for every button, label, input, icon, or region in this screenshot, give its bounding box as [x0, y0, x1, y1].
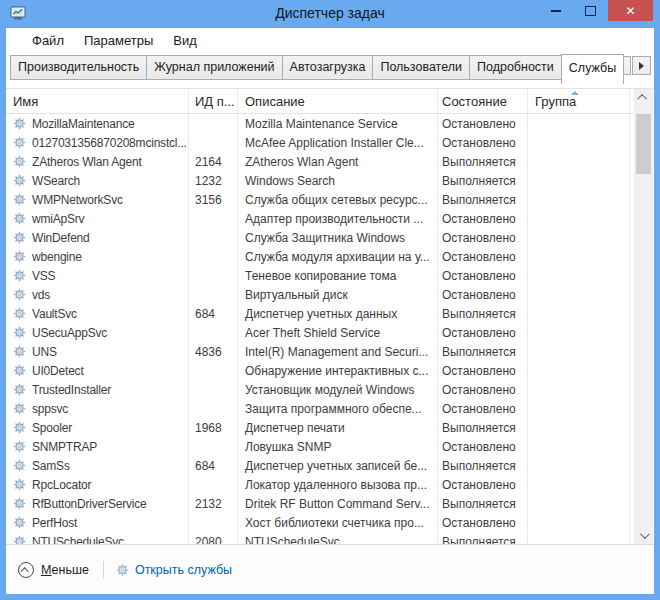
- service-pid: 3156: [195, 193, 222, 207]
- service-pid-cell: 1232: [188, 174, 237, 188]
- service-status: Выполняется: [442, 497, 516, 511]
- service-name-cell: USecuAppSvc: [6, 326, 188, 340]
- service-name: SNMPTRAP: [32, 440, 97, 454]
- scrollbar-thumb[interactable]: [636, 114, 651, 174]
- service-description-cell: Локатор удаленного вызова пр...: [237, 478, 437, 492]
- column-header-name[interactable]: Имя: [6, 89, 188, 113]
- service-status-cell: Остановлено: [437, 212, 527, 226]
- service-row[interactable]: ZAtheros Wlan Agent 2164 ZAtheros Wlan A…: [6, 152, 654, 171]
- minimize-button[interactable]: [538, 0, 573, 21]
- service-description: ZAtheros Wlan Agent: [245, 155, 358, 169]
- service-row[interactable]: wmiApSrv Адаптер производительности ... …: [6, 209, 654, 228]
- gear-icon: [13, 478, 26, 491]
- service-row[interactable]: WSearch 1232 Windows Search Выполняется: [6, 171, 654, 190]
- service-status: Остановлено: [442, 402, 516, 416]
- service-description-cell: Ловушка SNMP: [237, 440, 437, 454]
- service-description-cell: Диспетчер учетных данных: [237, 307, 437, 321]
- window-controls: ✕: [538, 0, 653, 21]
- service-row[interactable]: SNMPTRAP Ловушка SNMP Остановлено: [6, 437, 654, 456]
- service-description-cell: Диспетчер учетных записей бе...: [237, 459, 437, 473]
- service-status-cell: Остановлено: [437, 402, 527, 416]
- gear-icon: [13, 174, 26, 187]
- service-description-cell: Установщик модулей Windows: [237, 383, 437, 397]
- service-row[interactable]: Spooler 1968 Диспетчер печати Выполняетс…: [6, 418, 654, 437]
- service-row[interactable]: TrustedInstaller Установщик модулей Wind…: [6, 380, 654, 399]
- gear-icon: [13, 345, 26, 358]
- gear-icon: [116, 563, 129, 577]
- vertical-scrollbar[interactable]: [634, 89, 653, 544]
- menu-item[interactable]: Вид: [163, 30, 207, 51]
- minimize-icon: [551, 10, 561, 12]
- gear-icon: [13, 212, 26, 225]
- service-row[interactable]: vds Виртуальный диск Остановлено: [6, 285, 654, 304]
- service-row[interactable]: RfButtonDriverService 2132 Dritek RF But…: [6, 494, 654, 513]
- service-status-cell: Выполняется: [437, 345, 527, 359]
- footer-divider: [103, 561, 104, 579]
- menu-item[interactable]: Параметры: [74, 30, 163, 51]
- service-status-cell: Остановлено: [437, 269, 527, 283]
- service-name: WinDefend: [32, 231, 90, 245]
- service-pid-cell: 2080: [188, 535, 237, 545]
- column-header-status[interactable]: Состояние: [437, 89, 527, 113]
- service-description-cell: Защита программного обеспе...: [237, 402, 437, 416]
- fewer-details-label: Меньше: [41, 563, 89, 577]
- service-status-cell: Выполняется: [437, 193, 527, 207]
- service-name-cell: sppsvc: [6, 402, 188, 416]
- service-name-cell: SNMPTRAP: [6, 440, 188, 454]
- scroll-down-button[interactable]: [634, 527, 653, 544]
- fewer-details-button[interactable]: Меньше: [18, 562, 89, 578]
- scroll-up-button[interactable]: [634, 89, 653, 106]
- tab[interactable]: Пользователи: [372, 55, 470, 80]
- column-header-description[interactable]: Описание: [237, 89, 437, 113]
- service-status-cell: Выполняется: [437, 535, 527, 545]
- tab-scroll-right-button[interactable]: [632, 56, 651, 75]
- service-description-cell: Служба модуля архивации на у...: [237, 250, 437, 264]
- service-description-cell: McAfee Application Installer Cle...: [237, 136, 437, 150]
- service-row[interactable]: sppsvc Защита программного обеспе... Ост…: [6, 399, 654, 418]
- service-row[interactable]: WMPNetworkSvc 3156 Служба общих сетевых …: [6, 190, 654, 209]
- service-description-cell: Windows Search: [237, 174, 437, 188]
- maximize-button[interactable]: [573, 0, 608, 21]
- service-status-cell: Остановлено: [437, 288, 527, 302]
- service-name-cell: TrustedInstaller: [6, 383, 188, 397]
- service-description: Установщик модулей Windows: [245, 383, 414, 397]
- service-description-cell: Mozilla Maintenance Service: [237, 117, 437, 131]
- gear-icon: [13, 117, 26, 130]
- service-row[interactable]: RpcLocator Локатор удаленного вызова пр.…: [6, 475, 654, 494]
- service-description: Windows Search: [245, 174, 335, 188]
- close-button[interactable]: ✕: [608, 0, 653, 21]
- service-status: Выполняется: [442, 535, 516, 545]
- service-status: Остановлено: [442, 326, 516, 340]
- tab[interactable]: Автозагрузка: [282, 55, 374, 80]
- gear-icon: [13, 193, 26, 206]
- service-name: UNS: [32, 345, 57, 359]
- service-row[interactable]: VaultSvc 684 Диспетчер учетных данных Вы…: [6, 304, 654, 323]
- service-row[interactable]: VSS Теневое копирование тома Остановлено: [6, 266, 654, 285]
- service-row[interactable]: UNS 4836 Intel(R) Management and Securi.…: [6, 342, 654, 361]
- service-name: UI0Detect: [32, 364, 84, 378]
- service-description-cell: Виртуальный диск: [237, 288, 437, 302]
- service-row[interactable]: UI0Detect Обнаружение интерактивных с...…: [6, 361, 654, 380]
- tab[interactable]: Журнал приложений: [146, 55, 282, 80]
- column-header-pid[interactable]: ИД п...: [188, 89, 237, 113]
- tab[interactable]: Службы: [561, 54, 624, 84]
- service-row[interactable]: wbengine Служба модуля архивации на у...…: [6, 247, 654, 266]
- tab[interactable]: Производительность: [10, 55, 147, 80]
- service-row[interactable]: USecuAppSvc Acer Theft Shield Service Ос…: [6, 323, 654, 342]
- service-status-cell: Выполняется: [437, 497, 527, 511]
- service-row[interactable]: 0127031356870208mcinstcl... McAfee Appli…: [6, 133, 654, 152]
- menu-bar: Файл Параметры Вид: [6, 28, 654, 52]
- service-row[interactable]: WinDefend Служба Защитника Windows Остан…: [6, 228, 654, 247]
- service-row[interactable]: SamSs 684 Диспетчер учетных записей бе..…: [6, 456, 654, 475]
- service-status: Остановлено: [442, 212, 516, 226]
- tab[interactable]: Подробности: [469, 55, 562, 80]
- menu-item[interactable]: Файл: [22, 30, 74, 51]
- open-services-link[interactable]: Открыть службы: [116, 563, 232, 577]
- tab-strip: Производительность Журнал приложений Авт…: [6, 52, 654, 84]
- service-row[interactable]: NTUScheduleSvc 2080 NTUScheduleSvc Выпол…: [6, 532, 654, 544]
- service-row[interactable]: PerfHost Хост библиотеки счетчика про...…: [6, 513, 654, 532]
- service-description: Служба модуля архивации на у...: [245, 250, 430, 264]
- gear-icon: [13, 364, 26, 377]
- service-name: TrustedInstaller: [32, 383, 111, 397]
- service-row[interactable]: MozillaMaintenance Mozilla Maintenance S…: [6, 114, 654, 133]
